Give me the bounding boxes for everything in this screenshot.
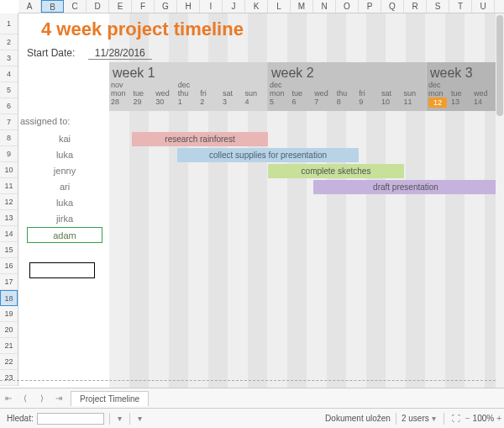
row-headers[interactable]: 1234567891011121314151617181920212223 — [0, 13, 18, 386]
next-sheet-icon[interactable]: ⟩ — [34, 394, 50, 403]
page-title: 4 week project timeline — [41, 18, 244, 40]
assignee-name[interactable]: luka — [27, 147, 102, 163]
row-header-cell[interactable]: 7 — [0, 114, 18, 130]
row-header-cell[interactable]: 1 — [0, 13, 18, 34]
column-header-cell[interactable]: A — [18, 0, 41, 13]
week-segment: week 1novdecmontuewedthufrisatsun2829301… — [109, 62, 268, 111]
row-header-cell[interactable]: 16 — [0, 258, 18, 274]
search-label: Hledat: — [7, 414, 34, 423]
gantt-bar-presentation[interactable]: draft presentation — [313, 180, 498, 194]
assignee-name[interactable]: ari — [27, 179, 102, 195]
column-header-cell[interactable]: Q — [381, 0, 404, 13]
assignee-name[interactable]: luka — [27, 195, 102, 211]
sheet-tab[interactable]: Project Timeline — [71, 391, 149, 406]
column-header-cell[interactable]: U — [472, 0, 495, 13]
assignee-name[interactable]: adam — [27, 227, 102, 243]
row-header-cell[interactable]: 17 — [0, 274, 18, 290]
row-header-cell[interactable]: 6 — [0, 98, 18, 114]
row-header-cell[interactable]: 15 — [0, 242, 18, 258]
assignee-names: kailukajennyarilukajirkaadam — [27, 131, 102, 243]
row-header-cell[interactable]: 9 — [0, 146, 18, 162]
row-header-cell[interactable]: 2 — [0, 34, 18, 50]
sheet-tabs-bar: ⇤ ⟨ ⟩ ⇥ Project Timeline — [0, 388, 504, 408]
dropdown-icon[interactable]: ▾ — [138, 414, 142, 423]
row-header-cell[interactable]: 3 — [0, 50, 18, 66]
row-header-cell[interactable]: 13 — [0, 210, 18, 226]
assignee-name[interactable]: kai — [27, 131, 102, 147]
column-header-cell[interactable]: C — [64, 0, 87, 13]
fit-icon[interactable]: ⛶ — [452, 414, 460, 423]
column-header-cell[interactable]: M — [291, 0, 313, 13]
gantt-bar-sketches[interactable]: complete sketches — [268, 164, 404, 178]
week-header: week 1novdecmontuewedthufrisatsun2829301… — [109, 62, 504, 111]
column-header-cell[interactable]: H — [177, 0, 200, 13]
users-dropdown-icon[interactable]: ▾ — [432, 414, 436, 423]
row-header-cell[interactable]: 18 — [0, 290, 18, 306]
first-sheet-icon[interactable]: ⇤ — [0, 394, 17, 403]
week-segment: week 2decmontuewedthufrisatsun567891011 — [268, 62, 427, 111]
column-header-cell[interactable]: E — [109, 0, 132, 13]
start-date-value[interactable]: 11/28/2016 — [88, 47, 152, 60]
column-header-cell[interactable]: R — [404, 0, 427, 13]
column-header-cell[interactable]: F — [132, 0, 155, 13]
assignee-name[interactable]: jenny — [27, 163, 102, 179]
dropdown-icon[interactable]: ▾ — [118, 414, 122, 423]
column-header-cell[interactable]: J — [223, 0, 245, 13]
column-header-cell[interactable]: D — [87, 0, 109, 13]
gantt-bar-supplies[interactable]: collect supplies for presentation — [177, 148, 359, 162]
column-headers[interactable]: ABCDEFGHIJKLMNOPQRSTU — [18, 0, 504, 13]
column-header-cell[interactable]: L — [268, 0, 291, 13]
page-break-line — [0, 380, 504, 381]
row-header-cell[interactable]: 21 — [0, 338, 18, 354]
row-header-cell[interactable]: 20 — [0, 322, 18, 338]
zoom-value: 100% — [473, 414, 495, 423]
row-header-cell[interactable]: 12 — [0, 194, 18, 210]
row-header-cell[interactable]: 11 — [0, 178, 18, 194]
search-input[interactable] — [37, 413, 104, 425]
row-header-cell[interactable]: 5 — [0, 82, 18, 98]
row-header-cell[interactable]: 22 — [0, 354, 18, 370]
column-header-cell[interactable]: S — [427, 0, 449, 13]
column-header-cell[interactable]: N — [313, 0, 336, 13]
column-header-cell[interactable]: P — [359, 0, 381, 13]
start-date-label: Start Date: — [27, 47, 75, 59]
prev-sheet-icon[interactable]: ⟨ — [17, 394, 34, 403]
row-header-cell[interactable]: 19 — [0, 306, 18, 322]
column-header-cell[interactable]: K — [245, 0, 268, 13]
scroll-thumb[interactable] — [496, 15, 503, 116]
row-header-cell[interactable]: 4 — [0, 66, 18, 82]
column-header-cell[interactable]: G — [155, 0, 177, 13]
assigned-to-label: assigned to: — [20, 116, 70, 126]
week-segment: week 3decmontuewedthufri1213141516 — [427, 62, 504, 111]
gantt-bar-research[interactable]: research rainforest — [132, 132, 268, 146]
column-header-cell[interactable]: T — [449, 0, 472, 13]
vertical-scrollbar[interactable] — [496, 13, 504, 388]
assignee-name[interactable]: jirka — [27, 211, 102, 227]
column-header-cell[interactable]: B — [41, 0, 64, 13]
row-header-cell[interactable]: 23 — [0, 370, 18, 386]
column-header-cell[interactable]: I — [200, 0, 223, 13]
active-cell[interactable] — [29, 262, 95, 278]
row-header-cell[interactable]: 8 — [0, 130, 18, 146]
status-bar: Hledat: ▾ ▾ Dokument uložen 2 users ▾ ⛶ … — [0, 408, 504, 428]
save-status: Dokument uložen — [325, 414, 391, 423]
start-date-row: Start Date: 11/28/2016 — [27, 47, 152, 59]
users-count[interactable]: 2 users — [402, 414, 429, 423]
zoom-out-icon[interactable]: − — [465, 414, 470, 423]
last-sheet-icon[interactable]: ⇥ — [50, 394, 67, 403]
row-header-cell[interactable]: 10 — [0, 162, 18, 178]
row-header-cell[interactable]: 14 — [0, 226, 18, 242]
zoom-in-icon[interactable]: + — [496, 414, 501, 423]
column-header-cell[interactable]: O — [336, 0, 359, 13]
sheet-area[interactable]: 4 week project timeline Start Date: 11/2… — [18, 13, 504, 388]
